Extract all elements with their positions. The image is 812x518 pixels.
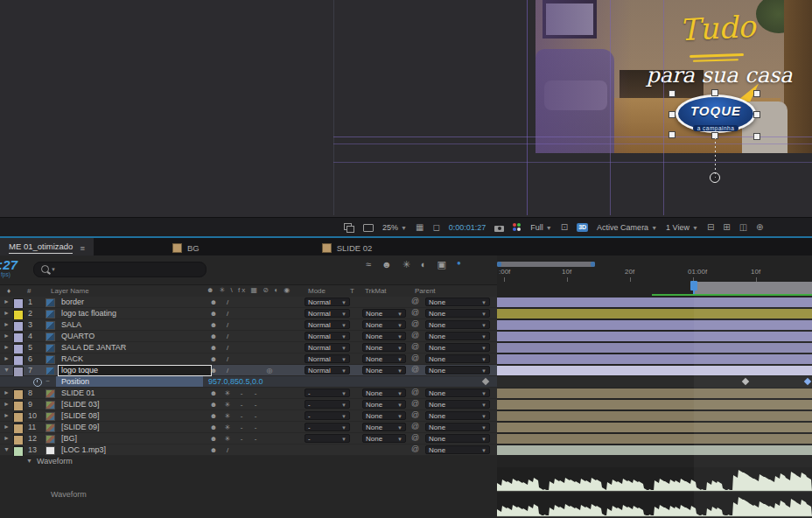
layer-name-edit-field[interactable] [58,365,212,376]
parent-dropdown[interactable]: None▼ [425,320,490,329]
panel-menu-icon[interactable]: ≡ [80,243,85,253]
blend-mode-dropdown[interactable]: Normal▼ [304,366,350,374]
layer-switches[interactable]: ☻/ [206,332,290,340]
label-color-swatch[interactable] [13,446,24,457]
trkmat-dropdown[interactable]: None▼ [362,434,406,443]
current-time-field[interactable]: 1:27 [0,257,18,272]
layer-switches[interactable]: ☻✳-- [206,388,290,397]
timeline-track-area[interactable]: :00f10f20f01:00f10f [497,256,812,518]
timeline-toggle-icon-4[interactable]: ▣ [438,259,446,270]
exposure-icon[interactable]: ◫ [739,223,747,232]
graph-editor-icon[interactable]: ~ [46,377,50,385]
label-column-icon[interactable]: ♦ [7,287,10,295]
parent-dropdown[interactable]: None▼ [425,411,490,420]
view-layout-dropdown[interactable]: 1 View▼ [666,223,698,232]
parent-dropdown[interactable]: None▼ [425,445,490,454]
brand-logo[interactable]: TOQUE a campainha [676,94,756,133]
expand-triangle-icon[interactable]: ► [4,332,10,339]
trkmat-dropdown[interactable]: None▼ [362,423,406,431]
column-number[interactable]: # [27,287,31,295]
layer-row-border[interactable]: ►1border☻/Normal▼@None▼ [0,297,497,308]
column-trkmat[interactable]: TrkMat [365,287,387,295]
expand-triangle-icon[interactable]: ► [4,435,10,441]
layer-switches[interactable]: ☻/ [206,354,290,363]
label-color-swatch[interactable] [13,401,24,411]
layer-row--loc-1-mp3-[interactable]: ▼13[LOC 1.mp3]☻/@None▼ [0,444,497,456]
layer-row-slide-01[interactable]: ►8SLIDE 01☻✳---▼None▼@None▼ [0,388,497,399]
blend-mode-dropdown[interactable]: -▼ [304,400,350,409]
timeline-toggle-icon-2[interactable]: ✳ [402,259,410,270]
parent-pickwhip-icon[interactable]: @ [411,399,419,408]
expand-triangle-icon[interactable]: ► [4,310,10,316]
blend-mode-dropdown[interactable]: Normal▼ [304,332,350,340]
current-time-indicator[interactable] [690,281,697,290]
label-color-swatch[interactable] [13,298,24,309]
parent-pickwhip-icon[interactable]: @ [411,342,419,351]
trkmat-dropdown[interactable]: None▼ [362,400,406,409]
blend-mode-dropdown[interactable]: Normal▼ [304,354,350,363]
layer-name[interactable]: [SLIDE 03] [61,400,100,409]
expand-triangle-icon[interactable]: ► [4,344,10,350]
layer-name[interactable]: [BG] [61,434,77,443]
layer-name[interactable]: border [61,298,84,306]
layer-row--bg-[interactable]: ►12[BG]☻✳---▼None▼@None▼ [0,433,497,444]
column-parent[interactable]: Parent [415,287,436,295]
parent-pickwhip-icon[interactable]: @ [411,354,419,362]
blend-mode-dropdown[interactable]: Normal▼ [304,343,350,352]
composition-frame[interactable]: Tudo para sua casa TOQUE a campainha [536,0,812,153]
layer-row--slide-03-[interactable]: ►9[SLIDE 03]☻✳---▼None▼@None▼ [0,399,497,410]
layer-switches[interactable]: ☻/ [206,320,290,329]
composition-viewer[interactable]: Tudo para sua casa TOQUE a campainha [0,0,812,217]
layer-switches[interactable]: ☻/ [206,343,290,352]
parent-pickwhip-icon[interactable]: @ [411,331,419,340]
parent-dropdown[interactable]: None▼ [425,332,490,340]
blend-mode-dropdown[interactable]: -▼ [304,411,350,420]
layer-switches[interactable]: ☻/ [206,309,290,318]
layer-name[interactable]: SLIDE 01 [61,388,95,397]
layer-switches[interactable]: ☻/ [206,298,290,306]
trkmat-dropdown[interactable]: None▼ [362,354,406,363]
label-color-swatch[interactable] [13,344,24,354]
trkmat-dropdown[interactable]: None▼ [362,320,406,329]
property-name[interactable]: Position [61,377,89,386]
layer-name[interactable]: SALA [61,320,81,329]
keyframe-navigator-icon[interactable] [482,378,489,385]
trkmat-dropdown[interactable]: None▼ [362,343,406,352]
collapse-triangle-icon[interactable]: ▼ [4,367,10,373]
label-color-swatch[interactable] [13,435,24,445]
parent-pickwhip-icon[interactable]: @ [411,433,419,442]
parent-dropdown[interactable]: None▼ [425,366,490,374]
column-t[interactable]: T [350,287,354,295]
blend-mode-dropdown[interactable]: -▼ [304,388,350,397]
parent-dropdown[interactable]: None▼ [425,354,490,363]
mini-flowchart-icon[interactable]: ⊞ [723,223,730,232]
tab-slide-02[interactable]: SLIDE 02 [313,238,382,257]
parent-dropdown[interactable]: None▼ [425,434,490,443]
parent-dropdown[interactable]: None▼ [425,343,490,352]
timeline-toggle-icon-1[interactable]: ☻ [382,259,392,270]
timeline-toggle-icon-3[interactable]: ◐ [421,259,427,270]
parent-pickwhip-icon[interactable]: @ [411,319,419,328]
mask-visibility-icon[interactable]: ◻ [432,223,439,232]
layer-row-quarto[interactable]: ►4QUARTO☻/Normal▼None▼@None▼ [0,331,497,342]
search-input[interactable]: ▼ [33,262,206,277]
label-color-swatch[interactable] [13,389,24,400]
stopwatch-icon[interactable] [33,378,42,387]
parent-pickwhip-icon[interactable]: @ [411,388,419,396]
layer-row-logo-toque[interactable]: ▼7☻/◎Normal▼None▼@None▼ [0,365,497,376]
layer-name[interactable]: [SLIDE 09] [61,423,100,431]
expand-triangle-icon[interactable]: ► [4,424,10,430]
trkmat-dropdown[interactable]: None▼ [362,388,406,397]
column-layer-name[interactable]: Layer Name [51,287,89,295]
resolution-dropdown[interactable]: Full▼ [530,223,551,232]
transparency-grid-icon[interactable]: 3D [577,223,588,232]
collapse-triangle-icon[interactable]: ▼ [26,458,32,464]
parent-pickwhip-icon[interactable]: @ [411,444,419,453]
property-value[interactable]: 957.0,850.5,0.0 [208,377,263,386]
label-color-swatch[interactable] [13,424,24,434]
layer-switches[interactable]: ☻/ [206,445,290,454]
layer-switches[interactable]: ☻/◎ [206,366,290,374]
trkmat-dropdown[interactable]: None▼ [362,411,406,420]
tab-bg[interactable]: BG [164,238,208,257]
layer-row--slide-08-[interactable]: ►10[SLIDE 08]☻✳---▼None▼@None▼ [0,410,497,422]
